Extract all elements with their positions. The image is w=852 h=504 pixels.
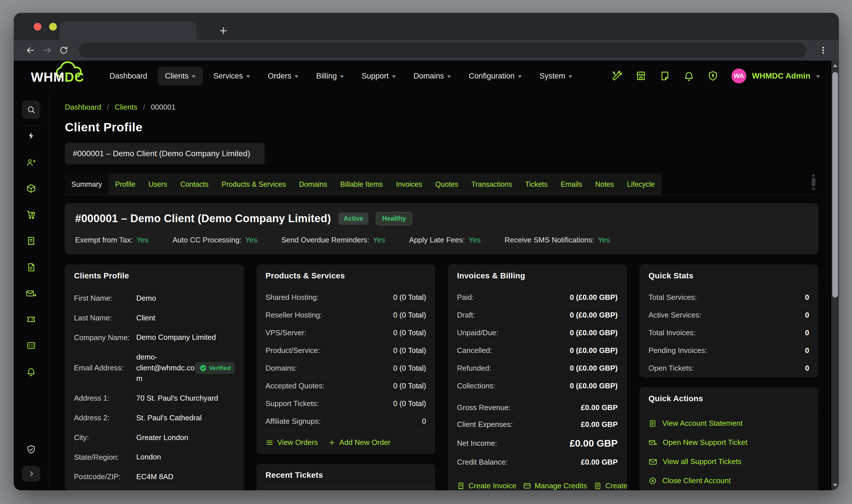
breadcrumb-dashboard[interactable]: Dashboard [65, 103, 101, 112]
bell-icon [684, 71, 694, 82]
browser-tab[interactable] [60, 21, 197, 40]
create-invoice-link[interactable]: Create Invoice [457, 482, 516, 490]
browser-toolbar [14, 40, 839, 60]
add-new-order-link[interactable]: Add New Order [328, 438, 390, 447]
open-new-support-ticket-link[interactable]: Open New Support Ticket [649, 433, 810, 452]
forward-button[interactable] [39, 42, 55, 58]
tabs-scrollbar[interactable] [812, 174, 815, 191]
tab-domains[interactable]: Domains [292, 174, 334, 195]
nav-dashboard[interactable]: Dashboard [102, 67, 154, 85]
view-account-statement-link[interactable]: View Account Statement [649, 414, 810, 433]
row-value: 0 [422, 417, 426, 426]
tab-emails[interactable]: Emails [554, 174, 589, 195]
tab-invoices[interactable]: Invoices [389, 174, 429, 195]
tab-contacts[interactable]: Contacts [174, 174, 215, 195]
credit-card-icon [523, 482, 531, 490]
caret-down-icon [568, 75, 572, 78]
row-label: Collections: [457, 381, 495, 390]
link-label: Close Client Account [662, 476, 731, 485]
nav-support[interactable]: Support [354, 67, 403, 85]
sidebar-products-button[interactable] [26, 184, 36, 193]
browser-menu-button[interactable] [815, 42, 831, 58]
tab-transactions[interactable]: Transactions [465, 174, 519, 195]
sidebar-new-ticket-button[interactable] [26, 289, 37, 299]
tab-summary[interactable]: Summary [65, 174, 108, 195]
store-button[interactable] [636, 71, 646, 82]
row-value: 0 (£0.00 GBP) [570, 293, 618, 302]
tools-button[interactable] [611, 71, 622, 82]
mail-plus-icon [649, 438, 657, 447]
page-scrollbar[interactable] [831, 60, 839, 490]
security-button[interactable] [708, 71, 718, 82]
nav-clients[interactable]: Clients [158, 67, 203, 85]
topnav-actions: WA WHMDC Admin [611, 69, 820, 84]
nav-services[interactable]: Services [206, 67, 258, 85]
view-all-support-tickets-link[interactable]: View all Support Tickets [649, 452, 810, 471]
table-row: Total Services:0 [649, 289, 810, 306]
tab-quotes[interactable]: Quotes [429, 174, 465, 195]
notes-button[interactable] [659, 71, 670, 82]
quick-stats-card: Quick Stats Total Services:0 Active Serv… [639, 265, 819, 378]
breadcrumb-clients[interactable]: Clients [114, 103, 137, 112]
sidebar-security-button[interactable] [26, 445, 36, 454]
admin-name: WHMDC Admin [752, 71, 810, 80]
link-label: View Account Statement [662, 419, 743, 428]
sidebar-calculator-button[interactable] [26, 341, 36, 350]
breadcrumb-separator: / [107, 103, 109, 112]
scroll-up-arrow-icon[interactable] [833, 64, 837, 67]
row-label: Company Name: [74, 333, 136, 342]
scroll-down-arrow-icon[interactable] [833, 484, 837, 487]
tools-icon [611, 71, 622, 82]
forward-arrow-icon [42, 46, 52, 55]
sidebar-add-client-button[interactable] [26, 158, 36, 167]
close-window-button[interactable] [34, 23, 41, 31]
scrollbar-thumb[interactable] [832, 72, 838, 298]
close-client-account-link[interactable]: Close Client Account [649, 471, 810, 490]
sidebar-notifications-button[interactable] [26, 367, 36, 377]
breadcrumb-separator: / [143, 103, 145, 112]
minimize-window-button[interactable] [49, 23, 57, 31]
tab-tickets[interactable]: Tickets [519, 174, 554, 195]
create-new-quote-link[interactable]: Create New Quote [594, 482, 627, 490]
row-label: Support Tickets: [266, 399, 319, 408]
products-services-card: Products & Services Shared Hosting:0 (0 … [256, 265, 436, 454]
quick-actions-card: Quick Actions View Account Statement Ope… [639, 387, 819, 490]
row-value: 0 [805, 328, 809, 337]
row-label: Reseller Hosting: [266, 311, 322, 320]
whmdc-logo[interactable]: WHMDC [31, 67, 84, 85]
table-row: Affiliate Signups:0 [266, 413, 426, 430]
sidebar-invoices-button[interactable] [26, 236, 36, 246]
url-bar[interactable] [79, 43, 806, 58]
sidebar-tickets-button[interactable] [26, 315, 36, 324]
table-row: Active Services:0 [649, 306, 810, 324]
tab-billable-items[interactable]: Billable Items [334, 174, 390, 195]
tab-notes[interactable]: Notes [589, 174, 620, 195]
avatar: WA [731, 69, 746, 84]
sidebar-quotes-button[interactable] [26, 263, 36, 272]
tab-users[interactable]: Users [142, 174, 174, 195]
client-selector[interactable]: #000001 – Demo Client (Demo Company Limi… [65, 143, 265, 164]
tab-lifecycle[interactable]: Lifecycle [620, 174, 661, 195]
nav-configuration[interactable]: Configuration [462, 67, 529, 85]
sidebar-automation-button[interactable] [27, 132, 35, 141]
reload-button[interactable] [55, 42, 72, 58]
nav-system[interactable]: System [532, 67, 580, 85]
tab-profile[interactable]: Profile [108, 174, 142, 195]
nav-billing[interactable]: Billing [309, 67, 351, 85]
sidebar-expand-button[interactable] [22, 466, 40, 482]
nav-orders[interactable]: Orders [261, 67, 306, 85]
row-value: 0 (£0.00 GBP) [570, 346, 618, 355]
notifications-button[interactable] [684, 71, 694, 82]
health-badge[interactable]: Healthy [376, 212, 412, 225]
new-tab-button[interactable]: + [214, 21, 233, 40]
admin-menu[interactable]: WA WHMDC Admin [731, 69, 820, 84]
nav-domains[interactable]: Domains [406, 67, 458, 85]
sidebar-search-button[interactable] [22, 101, 40, 119]
row-value: 0 (£0.00 GBP) [570, 328, 618, 337]
summary-row: Client Expenses:£0.00 GBP [457, 416, 618, 433]
manage-credits-link[interactable]: Manage Credits [523, 482, 587, 490]
back-button[interactable] [22, 42, 39, 58]
tab-products-services[interactable]: Products & Services [215, 174, 292, 195]
sidebar-orders-button[interactable] [26, 210, 36, 220]
view-orders-link[interactable]: View Orders [266, 438, 318, 447]
